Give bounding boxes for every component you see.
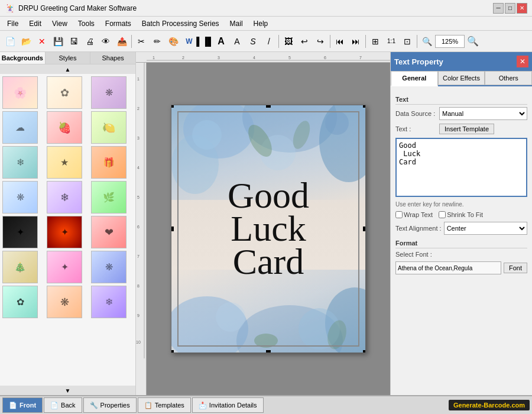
handle-bl[interactable]	[171, 350, 174, 353]
tb-close-red[interactable]: ✕	[34, 34, 50, 49]
svg-text:6: 6	[137, 225, 140, 229]
bg-item-10[interactable]: ❋	[2, 181, 38, 214]
bg-item-4[interactable]: ☁	[2, 111, 38, 144]
tb-zoom-out[interactable]: 🔍	[465, 34, 481, 49]
tb-img1[interactable]: 🖼	[281, 34, 296, 49]
text-alignment-select[interactable]: Left Center Right Justify	[444, 222, 527, 235]
bg-item-15[interactable]: ❤	[91, 216, 126, 248]
tab-backgrounds[interactable]: Backgrounds	[0, 52, 46, 64]
bottom-btn-templates[interactable]: 📋 Templates	[138, 397, 191, 413]
bg-item-11[interactable]: ❄	[47, 181, 82, 214]
font-button[interactable]: Font	[504, 263, 527, 273]
handle-tl[interactable]	[171, 105, 174, 108]
handle-tr[interactable]	[363, 105, 366, 108]
menu-view[interactable]: View	[47, 18, 72, 29]
menu-mail[interactable]: Mail	[225, 18, 248, 29]
invitation-label: Invitation Details	[209, 402, 257, 409]
tb-new[interactable]: 📄	[2, 34, 18, 49]
insert-template-button[interactable]: Insert Template	[439, 124, 494, 134]
menu-tools[interactable]: Tools	[73, 18, 99, 29]
bg-item-2[interactable]: ✿	[47, 76, 82, 109]
tb-script[interactable]: S	[245, 34, 261, 49]
card-text-card: Card	[181, 245, 355, 279]
tb-redo[interactable]: ↪	[313, 34, 328, 49]
tb-save2[interactable]: 🖫	[66, 34, 82, 49]
bg-item-14[interactable]: ✦	[47, 216, 82, 248]
prop-tab-general[interactable]: General	[391, 71, 438, 86]
scroll-down-btn[interactable]: ▼	[0, 386, 135, 395]
tb-word[interactable]: W	[181, 34, 197, 49]
handle-bm[interactable]	[266, 350, 271, 353]
menu-file[interactable]: File	[2, 18, 23, 29]
minimize-button[interactable]: ─	[493, 3, 504, 14]
bg-item-17[interactable]: ✦	[47, 251, 82, 283]
tb-pencil[interactable]: ✏	[150, 34, 165, 49]
close-button[interactable]: ✕	[517, 3, 527, 14]
prop-tab-others[interactable]: Others	[485, 71, 532, 85]
bg-item-1[interactable]: 🌸	[2, 76, 38, 109]
handle-lm[interactable]	[171, 227, 174, 231]
wrap-text-checkbox[interactable]	[395, 211, 403, 218]
tb-nav2[interactable]: ⏭	[348, 34, 364, 49]
text-area[interactable]: Good Luck Card	[395, 138, 527, 197]
prop-tab-color-effects[interactable]: Color Effects	[438, 71, 485, 85]
bg-item-16[interactable]: 🎄	[2, 251, 38, 283]
tb-preview[interactable]: 👁	[98, 34, 113, 49]
handle-br[interactable]	[363, 350, 366, 353]
bottom-btn-back[interactable]: 📄 Back	[44, 397, 82, 413]
tb-save[interactable]: 💾	[50, 34, 66, 49]
scroll-up-btn[interactable]: ▲	[0, 64, 135, 74]
property-close-button[interactable]: ✕	[517, 56, 528, 67]
bg-item-9[interactable]: 🎁	[91, 146, 126, 179]
tb-nav1[interactable]: ⏮	[332, 34, 348, 49]
tb-undo[interactable]: ↩	[297, 34, 312, 49]
tb-barcode[interactable]: ▌▐▌	[197, 34, 213, 49]
handle-tm[interactable]	[266, 105, 271, 108]
tb-textA2[interactable]: A	[229, 34, 245, 49]
tb-color[interactable]: 🎨	[166, 34, 181, 49]
bg-item-3[interactable]: ❋	[91, 76, 126, 109]
zoom-input[interactable]: 125%	[435, 35, 465, 48]
tb-sep-5	[417, 35, 417, 48]
shrink-to-fit-checkbox[interactable]	[439, 211, 446, 218]
tab-shapes[interactable]: Shapes	[90, 52, 135, 64]
tb-grid[interactable]: ⊞	[368, 34, 383, 49]
menu-batch[interactable]: Batch Processing Series	[137, 18, 224, 29]
canvas-inner[interactable]: Good Luck Card	[147, 63, 390, 395]
tb-line[interactable]: /	[261, 34, 277, 49]
maximize-button[interactable]: □	[505, 3, 515, 14]
bottom-btn-front[interactable]: 📄 Front	[2, 397, 43, 413]
handle-rm[interactable]	[363, 227, 366, 231]
menu-formats[interactable]: Formats	[100, 18, 136, 29]
tb-zoom-in[interactable]: 🔍	[419, 34, 434, 49]
tb-print[interactable]: 🖨	[82, 34, 98, 49]
tb-textA[interactable]: A	[213, 34, 229, 49]
card-text-luck: Luck	[181, 212, 355, 245]
font-input[interactable]: Athena of the Ocean,Regula	[395, 261, 501, 274]
hint-text: Use enter key for newline.	[395, 201, 527, 208]
bg-item-12[interactable]: 🌿	[91, 181, 126, 214]
tb-fit[interactable]: 1:1	[384, 34, 399, 49]
bg-item-20[interactable]: ❋	[47, 286, 82, 318]
menu-edit[interactable]: Edit	[24, 18, 46, 29]
tb-cut[interactable]: ✂	[134, 34, 149, 49]
tb-open[interactable]: 📂	[18, 34, 34, 49]
bg-item-7[interactable]: ❄	[2, 146, 38, 179]
bottom-btn-invitation[interactable]: 📩 Invitation Details	[192, 397, 264, 413]
tb-export[interactable]: 📤	[114, 34, 129, 49]
bg-item-18[interactable]: ❋	[91, 251, 126, 283]
bg-item-19[interactable]: ✿	[2, 286, 38, 318]
bg-item-5[interactable]: 🍓	[47, 111, 82, 144]
data-source-select[interactable]: Manual Excel CSV	[439, 107, 527, 120]
tb-frame[interactable]: ⊡	[400, 34, 415, 49]
svg-text:7: 7	[359, 56, 362, 60]
menu-help[interactable]: Help	[249, 18, 273, 29]
bg-item-13[interactable]: ✦	[2, 216, 38, 248]
bg-item-21[interactable]: ❄	[91, 286, 126, 318]
bg-item-8[interactable]: ★	[47, 146, 82, 179]
card-text-overlay: Good Luck Card	[181, 179, 355, 278]
bottom-btn-properties[interactable]: 🔧 Properties	[83, 397, 137, 413]
font-row: Athena of the Ocean,Regula Font	[395, 261, 527, 274]
tab-styles[interactable]: Styles	[46, 52, 91, 64]
bg-item-6[interactable]: 🍋	[91, 111, 126, 144]
